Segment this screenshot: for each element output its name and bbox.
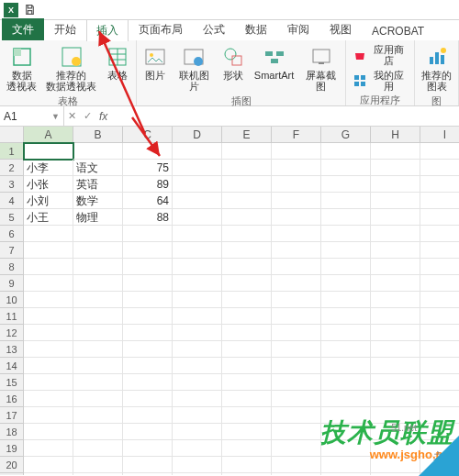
- cell[interactable]: [173, 424, 222, 440]
- cell[interactable]: 75: [123, 160, 173, 176]
- cell[interactable]: [173, 308, 222, 325]
- cell[interactable]: [272, 176, 321, 193]
- cell[interactable]: [173, 325, 222, 341]
- cell[interactable]: [123, 424, 173, 440]
- cell[interactable]: [73, 407, 123, 424]
- cell[interactable]: [321, 424, 371, 440]
- online-picture-button[interactable]: 联机图片: [173, 42, 216, 94]
- formula-bar[interactable]: ✕ ✓ fx: [64, 106, 459, 126]
- cell[interactable]: 语文: [73, 160, 123, 176]
- cell[interactable]: [420, 259, 459, 275]
- column-header[interactable]: D: [173, 127, 222, 143]
- cell[interactable]: [123, 275, 173, 292]
- cell[interactable]: [321, 193, 371, 209]
- cell[interactable]: [24, 341, 73, 358]
- cell[interactable]: [420, 193, 459, 209]
- cell[interactable]: 英语: [73, 176, 123, 193]
- row-header[interactable]: 20: [0, 457, 24, 473]
- cell[interactable]: 小王: [24, 209, 73, 226]
- cell[interactable]: [371, 275, 420, 292]
- cell[interactable]: [173, 209, 222, 226]
- cell[interactable]: [321, 308, 371, 325]
- cell[interactable]: [420, 292, 459, 308]
- row-header[interactable]: 6: [0, 226, 24, 242]
- column-header[interactable]: F: [272, 127, 321, 143]
- cell[interactable]: [321, 391, 371, 407]
- cell[interactable]: [272, 424, 321, 440]
- cell[interactable]: [73, 391, 123, 407]
- cell[interactable]: [123, 358, 173, 374]
- cell[interactable]: [272, 391, 321, 407]
- cell[interactable]: [420, 143, 459, 160]
- column-header[interactable]: E: [222, 127, 272, 143]
- cell[interactable]: [73, 374, 123, 391]
- row-header[interactable]: 12: [0, 325, 24, 341]
- tab-插入[interactable]: 插入: [86, 19, 129, 41]
- cell[interactable]: [123, 143, 173, 160]
- column-header[interactable]: I: [420, 127, 459, 143]
- cell[interactable]: [420, 440, 459, 457]
- cell[interactable]: [73, 457, 123, 473]
- cell[interactable]: [371, 457, 420, 473]
- cell[interactable]: [73, 358, 123, 374]
- cell[interactable]: [371, 143, 420, 160]
- cell[interactable]: [272, 209, 321, 226]
- row-header[interactable]: 13: [0, 341, 24, 358]
- cell[interactable]: [24, 226, 73, 242]
- cell[interactable]: [173, 473, 222, 475]
- cell[interactable]: [371, 440, 420, 457]
- column-header[interactable]: A: [24, 127, 73, 143]
- cell[interactable]: [222, 226, 272, 242]
- cell[interactable]: [321, 407, 371, 424]
- row-header[interactable]: 18: [0, 424, 24, 440]
- cell[interactable]: [272, 292, 321, 308]
- row-header[interactable]: 1: [0, 143, 24, 160]
- cell[interactable]: [73, 242, 123, 259]
- cell[interactable]: [321, 226, 371, 242]
- row-header[interactable]: 3: [0, 176, 24, 193]
- tab-审阅[interactable]: 审阅: [277, 18, 319, 40]
- cell[interactable]: [222, 374, 272, 391]
- cell[interactable]: 64: [123, 193, 173, 209]
- cell[interactable]: [222, 407, 272, 424]
- my-apps-button[interactable]: 我的应用: [349, 68, 411, 94]
- cell[interactable]: [371, 209, 420, 226]
- cell[interactable]: [321, 160, 371, 176]
- cancel-icon[interactable]: ✕: [68, 110, 76, 122]
- cell[interactable]: 88: [123, 209, 173, 226]
- cell[interactable]: [420, 226, 459, 242]
- cell[interactable]: [173, 374, 222, 391]
- enter-icon[interactable]: ✓: [84, 110, 92, 122]
- cell[interactable]: [173, 259, 222, 275]
- cell[interactable]: [24, 308, 73, 325]
- chevron-down-icon[interactable]: ▼: [51, 112, 60, 121]
- cell[interactable]: [123, 473, 173, 475]
- cell[interactable]: [272, 325, 321, 341]
- cell[interactable]: [73, 325, 123, 341]
- cell[interactable]: [420, 374, 459, 391]
- cell[interactable]: [73, 308, 123, 325]
- cell[interactable]: [123, 391, 173, 407]
- cell[interactable]: [73, 259, 123, 275]
- row-header[interactable]: 2: [0, 160, 24, 176]
- cell[interactable]: 89: [123, 176, 173, 193]
- cell[interactable]: [24, 391, 73, 407]
- cell[interactable]: [73, 473, 123, 475]
- cell[interactable]: [420, 407, 459, 424]
- cell[interactable]: [222, 341, 272, 358]
- row-header[interactable]: 10: [0, 292, 24, 308]
- cell[interactable]: [371, 226, 420, 242]
- cell[interactable]: [420, 325, 459, 341]
- cell[interactable]: [24, 292, 73, 308]
- cell[interactable]: [321, 440, 371, 457]
- cell[interactable]: [272, 358, 321, 374]
- cell[interactable]: [272, 275, 321, 292]
- cell[interactable]: [123, 308, 173, 325]
- cell[interactable]: [420, 391, 459, 407]
- cell[interactable]: [222, 275, 272, 292]
- cell[interactable]: [123, 407, 173, 424]
- cell[interactable]: [321, 341, 371, 358]
- cell[interactable]: [24, 457, 73, 473]
- column-header[interactable]: G: [321, 127, 371, 143]
- smartart-button[interactable]: SmartArt: [251, 42, 297, 94]
